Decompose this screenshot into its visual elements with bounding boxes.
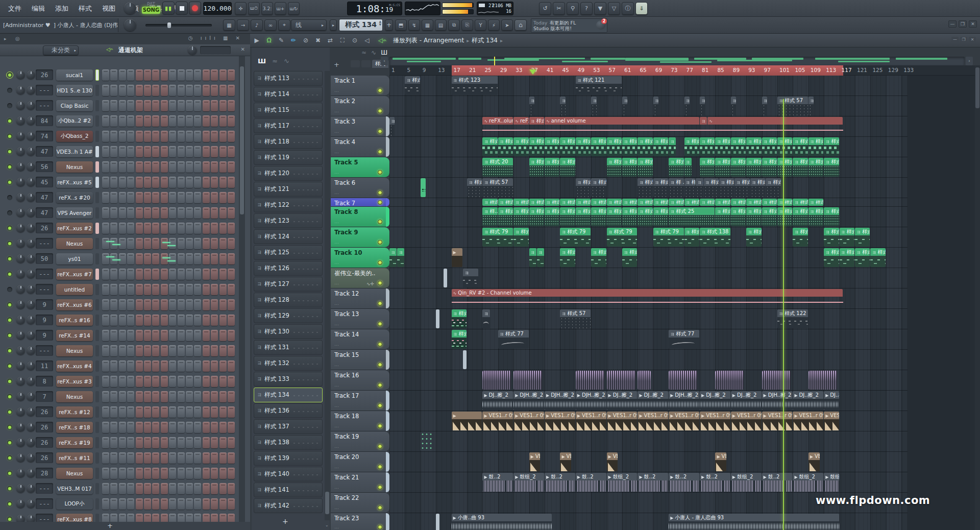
step-cell[interactable] [228,238,235,249]
clip-VES1..r 099[interactable]: ▶VES1..r 099 [513,412,544,430]
track-lane-Track 17[interactable]: ▶DJ..擦_2▶DJH..擦_2▶DJH..擦_2▶DJH..擦_2▶DJ..… [389,391,908,411]
panel-toggle-6[interactable]: Y [475,19,486,31]
track-options[interactable]: ⋯ [334,240,339,246]
step-cell[interactable] [203,299,210,310]
step-cell[interactable] [161,437,168,448]
clip-样式 79[interactable]: ヨ样式 79 [870,248,885,267]
step-cell[interactable] [110,452,117,464]
step-cell[interactable] [127,315,134,326]
track-mute-led[interactable] [378,322,382,326]
step-cell[interactable] [228,345,235,356]
channel-pan-knob[interactable] [16,469,25,477]
clip-样式 21[interactable]: ヨ样式 21 [560,199,575,206]
step-cell[interactable] [186,422,193,433]
track-lane-Track 2[interactable]: ヨヨヨヨヨヨヨヨヨヨ样式 57ヨ [389,96,908,116]
step-cell[interactable] [110,345,117,356]
step-cell[interactable] [169,269,176,280]
step-cell[interactable] [219,161,227,173]
step-cell[interactable] [178,192,185,203]
step-cell[interactable] [110,69,117,81]
channel-select-strip[interactable] [95,437,99,448]
clip-VE..6[interactable]: ▶VE..6 [560,452,571,471]
step-cell[interactable] [161,284,168,295]
channel-value-box[interactable]: 26 [36,223,53,233]
track-mute-led[interactable] [378,403,382,408]
channel-filter-dropdown[interactable]: 未分类 ▸ [43,45,79,55]
close-icon[interactable]: ✕ [241,46,245,52]
channel-enable-led[interactable] [7,486,12,491]
channel-select-strip[interactable] [95,207,99,219]
clip-DJ..擦_2[interactable]: ▶DJ..擦_2 [700,391,730,410]
clip-VES1..r 099[interactable]: ▶VES1..r 099 [731,412,762,430]
track-lane-Track 12[interactable]: ∿Qin_RV #2 - Channel volume [389,288,908,309]
step-cell[interactable] [127,192,134,203]
channel-volume-knob[interactable] [27,270,35,278]
channel-enable-led[interactable] [7,409,12,415]
step-cell[interactable] [211,161,218,173]
clip-样式 126[interactable]: ヨ样式 126 [638,178,652,197]
step-cell[interactable] [136,269,143,280]
track-lane-Track 9[interactable]: ヨ样式 79ヨ样式 79ヨ样式 79ヨ样式 79ヨ样式 79ヨ样式 138ヨ样式… [389,227,908,248]
step-cell[interactable] [144,360,151,372]
step-cell[interactable] [152,330,159,341]
clip[interactable] [482,371,511,390]
step-cell[interactable] [161,85,168,96]
track-header-崔伟立-最美的..[interactable]: 崔伟立-最美的..⋯∿✛ [331,268,389,288]
step-cell[interactable] [178,284,185,295]
clip-样式 25[interactable]: ヨ样式 25 [808,207,823,226]
transport-opt-1[interactable]: ш⏱ [248,2,260,15]
step-cell[interactable] [186,284,193,295]
pattern-item-样式 114[interactable]: ヨ样式 114 [254,87,323,102]
clip-样式 25[interactable]: ヨ样式 25 [607,207,622,226]
step-cell[interactable] [110,161,117,173]
step-cell[interactable] [144,146,151,157]
channel-value-box[interactable]: 26 [36,452,53,463]
channel-volume-knob[interactable] [27,285,35,294]
step-cell[interactable] [110,223,117,234]
step-cell[interactable] [102,207,109,219]
channel-volume-knob[interactable] [27,239,35,248]
track-header-Track 16[interactable]: Track 16⋯ [331,370,389,391]
channel-select-strip[interactable] [95,483,99,494]
channel-pan-knob[interactable] [16,346,25,355]
step-cell[interactable] [102,406,109,418]
step-cell[interactable] [127,207,134,219]
track-header-Track 13[interactable]: Track 13⋯ [331,309,389,329]
clip-样式 26[interactable]: ヨ样式 26 [452,330,467,349]
save-new-icon[interactable]: ▽ [608,2,620,15]
channel-enable-led[interactable] [7,134,12,139]
clip-样式 22[interactable]: ヨ样式 22 [529,137,544,156]
step-cell[interactable] [161,269,168,280]
step-cell[interactable] [169,483,176,494]
step-cell[interactable] [178,207,185,219]
step-cell[interactable] [219,376,227,387]
step-cell[interactable] [110,299,117,310]
channel-value-box[interactable]: 26 [36,422,53,432]
clip[interactable]: ヨ [591,97,596,115]
track-header-Track 20[interactable]: Track 20⋯ [331,452,389,472]
step-cell[interactable] [127,437,134,448]
channel-volume-knob[interactable] [27,407,35,416]
step-cell[interactable] [219,146,227,157]
step-cell[interactable] [203,468,210,479]
clip[interactable] [436,514,439,530]
channel-button[interactable]: reFX..xus #6 [56,299,93,310]
track-options[interactable]: ⋯ [334,220,339,225]
step-cell[interactable] [211,238,218,249]
step-cell[interactable] [169,207,176,219]
pat-label[interactable]: PAT [142,2,160,7]
step-cell[interactable] [203,315,210,326]
channel-pan-knob[interactable] [16,178,25,186]
track-color-strip[interactable] [386,472,389,492]
playlist-vertical-scrollbar[interactable] [975,65,980,530]
step-cell[interactable] [161,223,168,234]
clip-样式 21[interactable]: ヨ样式 21 [607,199,622,206]
clip-DJH..擦_2[interactable]: ▶DJH..擦_2 [513,391,544,410]
track-color-strip[interactable] [386,137,389,157]
channel-select-strip[interactable] [95,406,99,418]
clip-样式 22[interactable]: ヨ样式 22 [777,137,792,156]
step-cell[interactable] [194,391,201,402]
clip-样式 25[interactable]: ヨ样式 25 [793,207,807,226]
step-cell[interactable] [136,483,143,494]
track-lane-Track 15[interactable] [389,350,908,370]
